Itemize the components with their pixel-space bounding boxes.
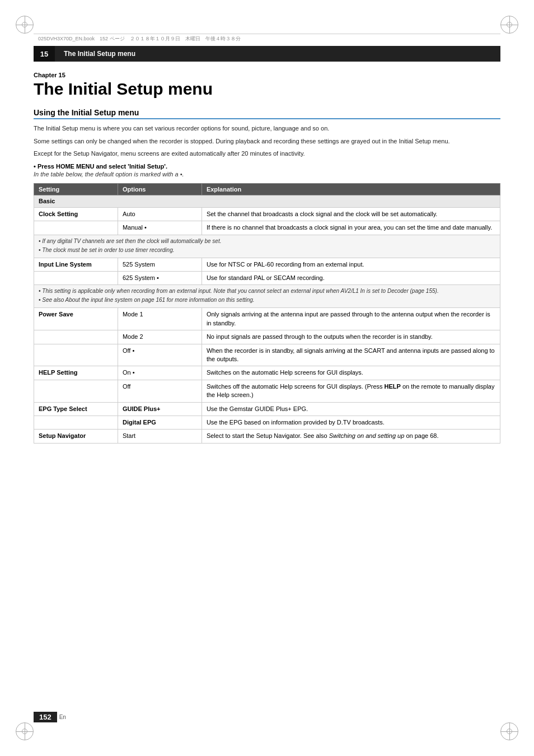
explanation-help-off: Switches off the automatic Help screens … [202,380,500,402]
option-525: 525 System [118,258,202,271]
col-header-setting: Setting [34,183,118,195]
setting-epg-empty [34,416,118,429]
table-row: EPG Type Select GUIDE Plus+ Use the Gems… [34,402,500,416]
note-row-clock: If any digital TV channels are set then … [34,235,500,258]
chapter-label: Chapter 15 [34,72,500,78]
page-number-area: 152 En [34,712,66,722]
section-heading: Using the Initial Setup menu [34,108,500,119]
explanation-auto: Set the channel that broadcasts a clock … [202,207,500,221]
setting-power-save-empty2 [34,344,118,366]
explanation-digital-epg: Use the EPG based on information provide… [202,416,500,429]
table-row: Input Line System 525 System Use for NTS… [34,258,500,271]
explanation-625: Use for standard PAL or SECAM recording. [202,272,500,285]
body-para-2: Some settings can only be changed when t… [34,137,500,146]
chapter-bar: 15 The Initial Setup menu [34,46,500,62]
table-row: 625 System • Use for standard PAL or SEC… [34,272,500,285]
explanation-guide-plus: Use the Gemstar GUIDE Plus+ EPG. [202,402,500,416]
table-row: Off Switches off the automatic Help scre… [34,380,500,402]
page-number: 152 [34,712,57,722]
group-basic-label: Basic [34,195,500,207]
option-auto: Auto [118,207,202,221]
explanation-start: Select to start the Setup Navigator. See… [202,430,500,443]
setting-power-save: Power Save [34,308,118,330]
main-content: Chapter 15 The Initial Setup menu Using … [34,72,500,444]
setting-input-line-empty [34,272,118,285]
table-row: Setup Navigator Start Select to start th… [34,430,500,443]
note-clock-text: If any digital TV channels are set then … [34,235,500,258]
setting-setup-nav: Setup Navigator [34,430,118,443]
note-clock-1: If any digital TV channels are set then … [39,237,495,245]
main-instruction: Press HOME MENU and select 'Initial Setu… [34,163,500,170]
option-mode2: Mode 2 [118,330,202,344]
option-help-on: On • [118,366,202,380]
option-off: Off • [118,344,202,366]
explanation-525: Use for NTSC or PAL-60 recording from an… [202,258,500,271]
setting-power-save-empty1 [34,330,118,344]
settings-table: Setting Options Explanation Basic Clock … [34,183,500,444]
table-row: Power Save Mode 1 Only signals arriving … [34,308,500,330]
table-row: Digital EPG Use the EPG based on informa… [34,416,500,429]
explanation-off: When the recorder is in standby, all sig… [202,344,500,366]
table-row: Clock Setting Auto Set the channel that … [34,207,500,221]
group-basic: Basic [34,195,500,207]
page-lang: En [59,714,66,720]
table-row: Mode 2 No input signals are passed throu… [34,330,500,344]
option-mode1: Mode 1 [118,308,202,330]
note-input-2: See also About the input line system on … [39,296,495,304]
option-help-off: Off [118,380,202,402]
corner-mark-br [500,722,518,740]
note-input-1: This setting is applicable only when rec… [39,287,495,295]
explanation-help-on: Switches on the automatic Help screens f… [202,366,500,380]
col-header-explanation: Explanation [202,183,500,195]
table-row: Manual • If there is no channel that bro… [34,221,500,235]
corner-mark-bl [16,722,34,740]
option-digital-epg: Digital EPG [118,416,202,429]
corner-mark-tl [16,16,34,34]
option-manual: Manual • [118,221,202,235]
chapter-number: 15 [34,46,55,62]
corner-mark-tr [500,16,518,34]
page-title: The Initial Setup menu [34,80,500,98]
setting-help-empty [34,380,118,402]
setting-epg: EPG Type Select [34,402,118,416]
option-start: Start [118,430,202,443]
note-input-text: This setting is applicable only when rec… [34,285,500,308]
col-header-options: Options [118,183,202,195]
setting-help: HELP Setting [34,366,118,380]
option-guide-plus: GUIDE Plus+ [118,402,202,416]
body-para-1: The Initial Setup menu is where you can … [34,124,500,133]
file-info-text: 025DVH3X70D_EN.book 152 ページ ２０１８年１０月９日 木… [34,34,245,44]
setting-clock: Clock Setting [34,207,118,221]
body-para-3: Except for the Setup Navigator, menu scr… [34,149,500,158]
sub-instruction: In the table below, the default option i… [34,171,500,178]
chapter-bar-title: The Initial Setup menu [55,50,135,58]
explanation-mode1: Only signals arriving at the antenna inp… [202,308,500,330]
note-clock-2: The clock must be set in order to use ti… [39,246,495,254]
table-row: Off • When the recorder is in standby, a… [34,344,500,366]
option-625: 625 System • [118,272,202,285]
setting-input-line: Input Line System [34,258,118,271]
table-row: HELP Setting On • Switches on the automa… [34,366,500,380]
note-row-input: This setting is applicable only when rec… [34,285,500,308]
explanation-manual: If there is no channel that broadcasts a… [202,221,500,235]
setting-clock-empty [34,221,118,235]
file-info-strip: 025DVH3X70D_EN.book 152 ページ ２０１８年１０月９日 木… [34,34,500,44]
explanation-mode2: No input signals are passed through to t… [202,330,500,344]
